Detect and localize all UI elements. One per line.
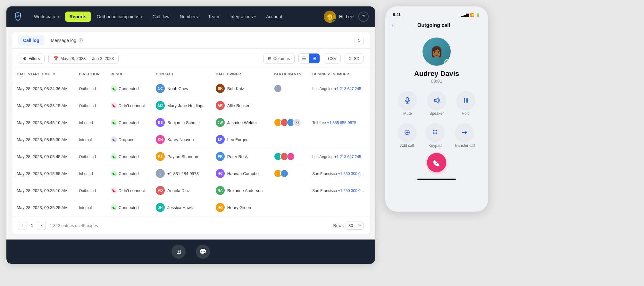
help-button[interactable]: ? xyxy=(358,12,369,22)
nav-item-team[interactable]: Team xyxy=(204,12,223,22)
table-row[interactable]: May 28, 2023, 09:25:10 AM Outbound Didn'… xyxy=(12,182,370,199)
contact-name: Angela Diaz xyxy=(167,188,190,193)
th-participants[interactable]: PARTICIPANTS xyxy=(269,68,307,80)
table-row[interactable]: May 28, 2023, 08:33:15 AM Outbound Didn'… xyxy=(12,97,370,114)
nav-item-workspace[interactable]: Workspace ▾ xyxy=(29,12,64,22)
phone-controls: Mute Speaker Hold xyxy=(385,91,488,148)
pagination-prev[interactable]: ‹ xyxy=(18,221,27,230)
pagination-current-page: 1 xyxy=(29,223,34,228)
contact-name: Jessica Hawk xyxy=(167,205,193,210)
table-row[interactable]: May 28, 2023, 08:45:10 AM Inbound Connec… xyxy=(12,114,370,131)
cell-result: Didn't connect xyxy=(105,97,151,114)
footer-chat-button[interactable]: 💬 xyxy=(196,245,210,259)
nav-item-numbers[interactable]: Numbers xyxy=(175,12,203,22)
keypad-button[interactable]: Keypad xyxy=(426,123,444,148)
cell-call-owner: PR Peter Rock xyxy=(211,148,269,165)
svg-rect-5 xyxy=(464,98,465,103)
csv-export-button[interactable]: CSV xyxy=(324,54,341,63)
th-contact[interactable]: CONTACT xyxy=(151,68,211,80)
result-dot xyxy=(111,153,117,160)
cell-call-owner: HG Henry Green xyxy=(211,199,269,216)
content-card: Call log Message log 🕐 ↻ ⚙ Filters 📅 May… xyxy=(12,32,370,234)
transfer-call-label: Transfer call xyxy=(454,143,475,148)
contact-avatar: MJ xyxy=(156,101,165,110)
chevron-down-icon: ▾ xyxy=(141,15,142,19)
nav-item-outbound[interactable]: Outbound campaigns ▾ xyxy=(92,12,147,22)
result-dot xyxy=(111,85,117,92)
cell-call-start: May 28, 2023, 08:55:30 AM xyxy=(12,131,74,148)
result-dot xyxy=(111,187,117,194)
th-call-start[interactable]: CALL START TIME ▼ xyxy=(12,68,74,80)
cell-participants xyxy=(269,148,307,165)
cell-direction: Inbound xyxy=(74,165,105,182)
cell-call-owner: JW Jasmine Welder xyxy=(211,114,269,131)
hold-button[interactable]: Hold xyxy=(457,91,475,116)
pagination-next[interactable]: › xyxy=(37,221,46,230)
participants-list xyxy=(274,152,302,161)
cell-contact: BS Benjamin Schmitt xyxy=(151,114,211,131)
table-row[interactable]: May 28, 2023, 08:55:30 AM Internal Dropp… xyxy=(12,131,370,148)
contact-name: Karey Nguyen xyxy=(167,137,194,142)
cell-contact: MJ Mary-Jane Holdings xyxy=(151,97,211,114)
user-menu[interactable]: 👴 Hi, Leo! xyxy=(324,11,355,23)
cell-participants: — xyxy=(269,131,307,148)
clock-icon: 🕐 xyxy=(78,38,83,43)
contact-name: Noah Crow xyxy=(167,86,188,91)
battery-icon: 🔋 xyxy=(476,13,480,17)
nav-item-reports[interactable]: Reports xyxy=(65,12,91,22)
speaker-button[interactable]: Speaker xyxy=(428,91,446,116)
app-logo[interactable] xyxy=(13,11,23,22)
sort-icon: ▼ xyxy=(52,72,55,76)
th-result[interactable]: RESULT xyxy=(105,68,151,80)
cell-result: Connected xyxy=(105,148,151,165)
owner-name: Peter Rock xyxy=(227,154,248,159)
table-row[interactable]: May 28, 2023, 09:35:25 AM Internal Conne… xyxy=(12,199,370,216)
owner-avatar: HC xyxy=(216,169,225,178)
cell-participants: +2 xyxy=(269,114,307,131)
cell-call-owner: LF Leo Forger xyxy=(211,131,269,148)
result-label: Connected xyxy=(119,154,139,159)
mobile-footer: ⊞ 💬 xyxy=(6,240,375,264)
cell-participants xyxy=(269,97,307,114)
owner-avatar: BK xyxy=(216,84,225,93)
th-call-owner[interactable]: CALL OWNER xyxy=(211,68,269,80)
grid-view-button[interactable]: ⊞ xyxy=(309,54,320,63)
phone-header: ‹ Outgoing call xyxy=(385,19,488,31)
cell-business-number: Toll-free +1 855 855-9875 xyxy=(307,114,370,131)
pagination-bar: ‹ 1 › 1,342 entries on 45 pages Rows 10 … xyxy=(12,216,370,234)
list-view-button[interactable]: ☰ xyxy=(299,54,309,63)
owner-name: Hannah Campbell xyxy=(227,171,261,176)
end-call-button[interactable] xyxy=(427,153,446,172)
table-row[interactable]: May 28, 2023, 09:15:55 AM Inbound Connec… xyxy=(12,165,370,182)
date-range-picker[interactable]: 📅 May 28, 2023 — Jun 3, 2023 xyxy=(48,54,119,63)
phone-back-button[interactable]: ‹ xyxy=(392,22,394,29)
participant-avatar xyxy=(280,169,289,178)
th-direction[interactable]: DIRECTION xyxy=(74,68,105,80)
cell-result: Connected xyxy=(105,165,151,182)
tab-calllog[interactable]: Call log xyxy=(18,35,45,46)
rows-dropdown[interactable]: 10 20 30 50 100 xyxy=(346,222,364,230)
contact-avatar: NC xyxy=(156,84,165,93)
table-header-row: CALL START TIME ▼ DIRECTION RESULT CONTA… xyxy=(12,68,370,80)
nav-item-callflow[interactable]: Call flow xyxy=(148,12,174,22)
columns-button[interactable]: ⊞ Columns xyxy=(263,54,295,63)
tab-messagelog[interactable]: Message log 🕐 xyxy=(46,35,88,46)
filter-button[interactable]: ⚙ Filters xyxy=(18,54,45,63)
result-dot xyxy=(111,119,117,126)
rows-per-page: Rows 10 20 30 50 100 xyxy=(333,222,364,230)
transfer-call-button[interactable]: Transfer call xyxy=(454,123,475,148)
xlsx-export-button[interactable]: XLSX xyxy=(345,54,364,63)
th-business-number[interactable]: BUSINESS NUMBER xyxy=(307,68,370,80)
pagination-info: 1,342 entries on 45 pages xyxy=(50,223,98,228)
phone-status-bar: 9:41 ▂▄▆ 📶 🔋 xyxy=(385,10,488,19)
table-row[interactable]: May 28, 2023, 09:05:45 AM Outbound Conne… xyxy=(12,148,370,165)
footer-grid-button[interactable]: ⊞ xyxy=(171,245,186,259)
keypad-icon xyxy=(426,123,444,141)
add-call-button[interactable]: Add call xyxy=(398,123,416,148)
table-row[interactable]: May 28, 2023, 08:24:36 AM Outbound Conne… xyxy=(12,80,370,97)
refresh-button[interactable]: ↻ xyxy=(355,36,364,45)
nav-item-integrations[interactable]: Integrations ▾ xyxy=(225,12,260,22)
nav-item-account[interactable]: Account xyxy=(262,12,287,22)
mute-button[interactable]: Mute xyxy=(398,91,416,116)
cell-direction: Internal xyxy=(74,199,105,216)
